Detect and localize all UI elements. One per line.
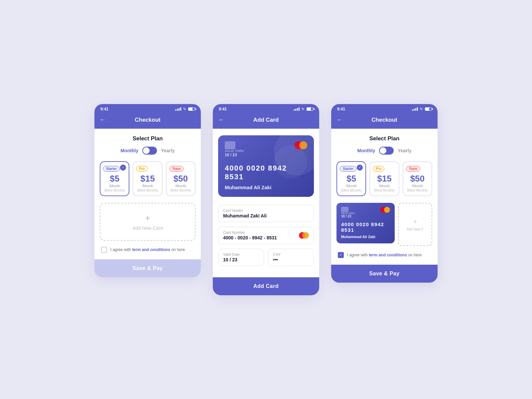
checkout-content-1: Select Plan Monthly Yearly Starter ✓ $5 … <box>94 129 201 277</box>
screen3-phone: 9:41 ∿ ← Checkout Select Plan M <box>331 104 438 283</box>
plan-toggle-switch-3[interactable] <box>379 147 394 155</box>
team-badge-1: Team <box>169 166 184 172</box>
terms-link-1[interactable]: term and conditions <box>132 247 170 252</box>
signal-bar-3 <box>179 108 180 111</box>
toggle-knob-3 <box>380 147 386 154</box>
terms-text-3: I agree with term and conditions on here <box>347 253 422 257</box>
mini-mc-orange <box>384 207 390 213</box>
pro-badge-3: Pro <box>373 166 384 172</box>
terms-checkbox-1[interactable] <box>101 247 107 253</box>
card-top: VALID THRU 10 / 23 <box>225 141 307 157</box>
plan-card-pro-3[interactable]: Pro $15 /Month Billed Monthly <box>369 161 399 196</box>
signal-bars-1 <box>175 107 181 111</box>
plan-card-starter-1[interactable]: Starter ✓ $5 /Month Billed Monthly <box>100 161 129 196</box>
plan-card-pro-1[interactable]: Pro $15 /Month Billed Monthly <box>133 161 162 196</box>
valid-date-field[interactable]: Valid Date 10 / 23 <box>218 249 264 266</box>
status-icons-1: ∿ <box>175 107 195 111</box>
yearly-label-3: Yearly <box>398 148 411 153</box>
battery-icon-3 <box>425 107 432 111</box>
yearly-label-1: Yearly <box>161 148 175 153</box>
starter-badge-1: Starter <box>103 166 120 172</box>
plan-check-3: ✓ <box>357 165 363 171</box>
pro-period-1: /Month <box>142 184 153 188</box>
cvv-field[interactable]: CVV ••• <box>268 249 314 266</box>
plan-card-team-3[interactable]: Team $50 /Month Billed Monthly <box>403 161 432 196</box>
top-nav-1: ← Checkout <box>94 113 201 129</box>
pro-price-1: $15 <box>140 174 155 184</box>
add-new-card-small[interactable]: + Add New C <box>398 203 432 246</box>
nav-title-2: Add Card <box>253 117 279 123</box>
terms-checkbox-3[interactable]: ✓ <box>338 252 344 258</box>
team-badge-3: Team <box>406 166 420 172</box>
mini-card-valid: VALID THRU 10 / 23 <box>341 212 355 218</box>
card-number-value: 4000 - 0020 - 8942 - 8531 <box>223 235 277 240</box>
team-price-1: $50 <box>174 174 188 184</box>
signal-bar-1 <box>175 109 176 111</box>
card-number-label: Card Number <box>223 230 277 234</box>
add-card-label-1: Add New Card <box>132 225 163 231</box>
mc-orange-small <box>302 232 309 239</box>
terms-after-3: on here <box>407 253 422 257</box>
checkout3-cards-row: VALID THRU 10 / 23 4000 0020 8942 8531 M… <box>336 203 432 246</box>
mini-valid-date: 10 / 23 <box>341 214 355 218</box>
add-new-label: Add New C <box>407 227 424 231</box>
credit-card-visual: VALID THRU 10 / 23 4000 0020 8942 8531 M… <box>218 135 314 197</box>
add-card-plus-icon-1: + <box>145 213 150 223</box>
top-nav-2: ← Add Card <box>213 113 319 129</box>
starter-period-3: /Month <box>346 184 357 188</box>
screens-container: 9:41 ∿ ← Checkout Select Plan M <box>94 104 438 295</box>
card-holder-value: Muhammad Zaki Ali <box>223 213 309 218</box>
save-pay-button-1[interactable]: Save & Pay <box>94 259 201 277</box>
cvv-value: ••• <box>273 257 309 262</box>
starter-price-1: $5 <box>110 174 119 184</box>
terms-row-1: I agree with term and conditions on here <box>100 247 196 253</box>
save-pay-button-3[interactable]: Save & Pay <box>331 265 438 283</box>
cvv-label: CVV <box>273 252 309 256</box>
status-time-2: 9:41 <box>219 107 227 111</box>
add-card-button[interactable]: Add Card <box>213 277 319 295</box>
signal-bars-3 <box>412 107 418 111</box>
add-card-box-1[interactable]: + Add New Card <box>100 203 196 241</box>
pro-badge-1: Pro <box>136 166 148 172</box>
mini-valid-label: VALID THRU <box>341 212 355 214</box>
battery-icon-2 <box>307 107 313 111</box>
date-cvv-row: Valid Date 10 / 23 CVV ••• <box>218 249 314 271</box>
add-new-plus-icon: + <box>413 217 417 226</box>
card-number-field[interactable]: Card Number 4000 - 0020 - 8942 - 8531 <box>218 227 314 244</box>
plan-toggle-3: Monthly Yearly <box>336 147 432 155</box>
starter-period-1: /Month <box>109 184 120 188</box>
card-number-with-icon: Card Number 4000 - 0020 - 8942 - 8531 <box>223 230 309 240</box>
starter-billing-1: Billed Monthly <box>104 189 125 192</box>
back-button-1[interactable]: ← <box>100 116 106 123</box>
team-period-3: /Month <box>412 184 423 188</box>
add-card-screen-content: VALID THRU 10 / 23 4000 0020 8942 8531 M… <box>213 129 319 295</box>
status-bar-2: 9:41 ∿ <box>213 104 319 113</box>
terms-before-3: I agree with <box>347 253 369 257</box>
valid-thru-date: 10 / 23 <box>225 153 244 157</box>
plan-toggle-1: Monthly Yearly <box>100 147 196 155</box>
team-period-1: /Month <box>175 184 187 188</box>
checkout-content-3: Select Plan Monthly Yearly Starter ✓ $5 … <box>331 129 438 283</box>
starter-billing-3: Billed Monthly <box>341 189 362 192</box>
back-button-3[interactable]: ← <box>336 116 342 123</box>
valid-date-label: Valid Date <box>223 252 259 256</box>
back-button-2[interactable]: ← <box>218 116 224 123</box>
status-time-3: 9:41 <box>337 107 345 111</box>
top-nav-3: ← Checkout <box>331 113 438 129</box>
plan-card-team-1[interactable]: Team $50 /Month Billed Monthly <box>166 161 196 196</box>
pro-billing-1: Billed Monthly <box>137 189 158 192</box>
status-bar-3: 9:41 ∿ <box>331 104 438 113</box>
toggle-knob-1 <box>143 147 150 154</box>
plan-toggle-switch-1[interactable] <box>142 147 157 155</box>
mini-card-holder: Muhammad Ali Zaki <box>341 235 390 239</box>
plan-check-1: ✓ <box>120 165 126 171</box>
terms-link-3[interactable]: term and conditions <box>369 253 407 257</box>
card-holder-field[interactable]: Card Holder Muhammad Zaki Ali <box>218 205 314 222</box>
battery-icon-1 <box>188 107 195 111</box>
card-valid: VALID THRU 10 / 23 <box>225 149 244 157</box>
terms-before-1: I agree with <box>110 247 132 252</box>
wifi-icon-2: ∿ <box>301 107 304 111</box>
mini-card-top: VALID THRU 10 / 23 <box>341 207 390 218</box>
pro-price-3: $15 <box>377 174 391 184</box>
plan-card-starter-3[interactable]: Starter ✓ $5 /Month Billed Monthly <box>336 161 366 196</box>
